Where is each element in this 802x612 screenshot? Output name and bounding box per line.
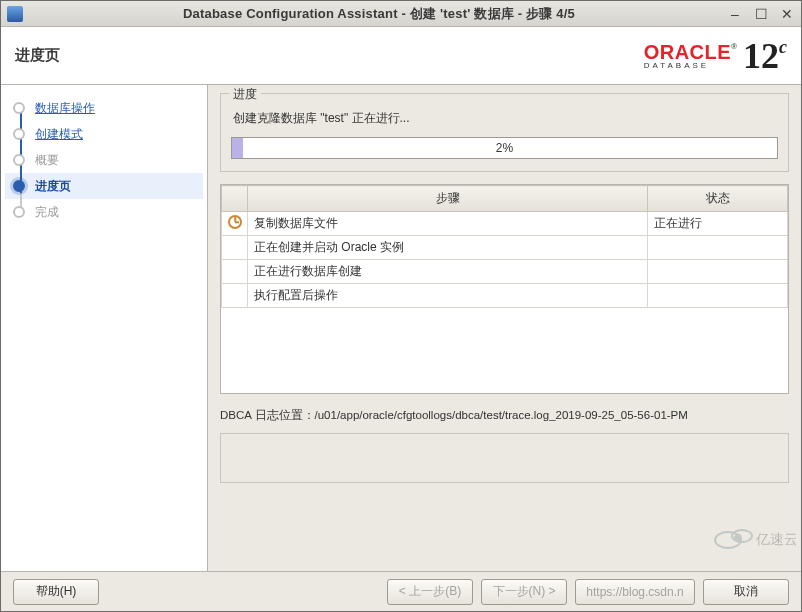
row-status bbox=[648, 236, 788, 260]
table-row: 复制数据库文件 正在进行 bbox=[222, 212, 788, 236]
col-status: 状态 bbox=[648, 186, 788, 212]
minimize-button[interactable]: – bbox=[727, 6, 743, 22]
sidebar-item-label: 创建模式 bbox=[35, 126, 83, 143]
cancel-button[interactable]: 取消 bbox=[703, 579, 789, 605]
row-step: 正在创建并启动 Oracle 实例 bbox=[248, 236, 648, 260]
sidebar: 数据库操作 创建模式 概要 进度页 完成 bbox=[1, 85, 208, 571]
header-strip: 进度页 ORACLE® DATABASE 12c bbox=[1, 27, 801, 85]
footer: 帮助(H) < 上一步(B) 下一步(N) > https://blog.csd… bbox=[1, 571, 801, 611]
window-root: Database Configuration Assistant - 创建 't… bbox=[0, 0, 802, 612]
progress-bar: 2% bbox=[231, 137, 778, 159]
row-step: 执行配置后操作 bbox=[248, 284, 648, 308]
sidebar-item-progress: 进度页 bbox=[5, 173, 203, 199]
maximize-button[interactable]: ☐ bbox=[753, 6, 769, 22]
progress-status-text: 创建克隆数据库 "test" 正在进行... bbox=[233, 110, 778, 127]
row-status: 正在进行 bbox=[648, 212, 788, 236]
row-step: 复制数据库文件 bbox=[248, 212, 648, 236]
sidebar-item-create-mode[interactable]: 创建模式 bbox=[5, 121, 203, 147]
clock-icon bbox=[228, 215, 242, 229]
back-button[interactable]: < 上一步(B) bbox=[387, 579, 473, 605]
page-title: 进度页 bbox=[15, 46, 60, 65]
row-icon-cell bbox=[222, 212, 248, 236]
oracle-logo: ORACLE® DATABASE 12c bbox=[644, 38, 787, 74]
window-controls: – ☐ ✕ bbox=[727, 6, 795, 22]
sidebar-item-db-operation[interactable]: 数据库操作 bbox=[5, 95, 203, 121]
step-marker-icon bbox=[13, 154, 25, 166]
steps-list: 数据库操作 创建模式 概要 进度页 完成 bbox=[5, 95, 203, 225]
table-row: 执行配置后操作 bbox=[222, 284, 788, 308]
titlebar: Database Configuration Assistant - 创建 't… bbox=[1, 1, 801, 27]
brand-wordmark: ORACLE bbox=[644, 41, 731, 63]
close-button[interactable]: ✕ bbox=[779, 6, 795, 22]
step-marker-icon bbox=[13, 180, 25, 192]
progress-group: 进度 创建克隆数据库 "test" 正在进行... 2% bbox=[220, 93, 789, 172]
sidebar-item-finish: 完成 bbox=[5, 199, 203, 225]
step-marker-icon bbox=[13, 102, 25, 114]
row-status bbox=[648, 284, 788, 308]
brand-registered-icon: ® bbox=[731, 42, 737, 51]
help-button[interactable]: 帮助(H) bbox=[13, 579, 99, 605]
row-icon-cell bbox=[222, 236, 248, 260]
progress-group-legend: 进度 bbox=[229, 86, 261, 103]
progress-bar-percent: 2% bbox=[496, 141, 513, 155]
row-status bbox=[648, 260, 788, 284]
table-row: 正在进行数据库创建 bbox=[222, 260, 788, 284]
brand-version: 12c bbox=[743, 38, 787, 74]
sidebar-item-label: 概要 bbox=[35, 152, 59, 169]
progress-bar-fill bbox=[232, 138, 243, 158]
next-button[interactable]: 下一步(N) > bbox=[481, 579, 567, 605]
window-title: Database Configuration Assistant - 创建 't… bbox=[31, 5, 727, 23]
finish-button[interactable]: https://blog.csdn.n bbox=[575, 579, 695, 605]
table-row: 正在创建并启动 Oracle 实例 bbox=[222, 236, 788, 260]
row-icon-cell bbox=[222, 284, 248, 308]
sidebar-item-label: 数据库操作 bbox=[35, 100, 95, 117]
col-icon bbox=[222, 186, 248, 212]
content-area: 进度 创建克隆数据库 "test" 正在进行... 2% 步骤 状态 bbox=[208, 85, 801, 571]
body: 数据库操作 创建模式 概要 进度页 完成 bbox=[1, 85, 801, 571]
step-marker-icon bbox=[13, 128, 25, 140]
detail-panel bbox=[220, 433, 789, 483]
row-step: 正在进行数据库创建 bbox=[248, 260, 648, 284]
app-icon bbox=[7, 6, 23, 22]
col-step: 步骤 bbox=[248, 186, 648, 212]
steps-table: 步骤 状态 复制数据库文件 正在进行 正在创建并启动 Oracle 实例 bbox=[220, 184, 789, 394]
brand-wordmark-block: ORACLE® DATABASE bbox=[644, 42, 737, 70]
step-marker-icon bbox=[13, 206, 25, 218]
sidebar-item-label: 完成 bbox=[35, 204, 59, 221]
row-icon-cell bbox=[222, 260, 248, 284]
sidebar-item-summary: 概要 bbox=[5, 147, 203, 173]
log-location-text: DBCA 日志位置：/u01/app/oracle/cfgtoollogs/db… bbox=[220, 408, 789, 423]
sidebar-item-label: 进度页 bbox=[35, 178, 71, 195]
